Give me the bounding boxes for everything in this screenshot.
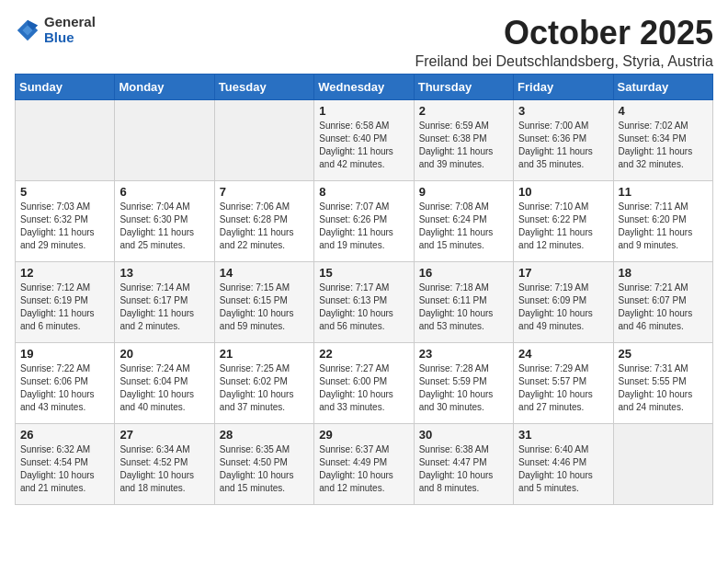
day-number: 22 (319, 347, 408, 361)
calendar-cell: 12Sunrise: 7:12 AM Sunset: 6:19 PM Dayli… (16, 261, 115, 342)
calendar-cell: 31Sunrise: 6:40 AM Sunset: 4:46 PM Dayli… (514, 423, 613, 504)
day-number: 17 (518, 266, 608, 280)
calendar-cell: 22Sunrise: 7:27 AM Sunset: 6:00 PM Dayli… (314, 342, 414, 423)
logo-icon (15, 17, 40, 43)
day-info: Sunrise: 7:04 AM Sunset: 6:30 PM Dayligh… (119, 201, 209, 252)
calendar-cell: 10Sunrise: 7:10 AM Sunset: 6:22 PM Dayli… (514, 180, 613, 261)
calendar-week-row: 26Sunrise: 6:32 AM Sunset: 4:54 PM Dayli… (16, 423, 713, 504)
header-day: Thursday (414, 74, 513, 99)
day-info: Sunrise: 7:00 AM Sunset: 6:36 PM Dayligh… (518, 120, 608, 171)
calendar-cell: 1Sunrise: 6:58 AM Sunset: 6:40 PM Daylig… (314, 99, 414, 180)
location-title: Freiland bei Deutschlandsberg, Styria, A… (415, 53, 713, 70)
calendar-cell: 16Sunrise: 7:18 AM Sunset: 6:11 PM Dayli… (414, 261, 513, 342)
day-info: Sunrise: 7:24 AM Sunset: 6:04 PM Dayligh… (119, 362, 209, 414)
day-info: Sunrise: 7:25 AM Sunset: 6:02 PM Dayligh… (220, 362, 309, 414)
day-info: Sunrise: 7:08 AM Sunset: 6:24 PM Dayligh… (419, 201, 508, 252)
day-number: 18 (619, 266, 708, 280)
title-area: October 2025 Freiland bei Deutschlandsbe… (415, 15, 713, 70)
day-number: 19 (20, 347, 109, 361)
day-number: 3 (518, 104, 608, 118)
logo-general: General (44, 15, 96, 30)
calendar-cell: 27Sunrise: 6:34 AM Sunset: 4:52 PM Dayli… (115, 423, 214, 504)
day-number: 14 (220, 266, 309, 280)
calendar-cell: 6Sunrise: 7:04 AM Sunset: 6:30 PM Daylig… (115, 180, 214, 261)
logo-text: General Blue (44, 15, 96, 45)
day-info: Sunrise: 6:37 AM Sunset: 4:49 PM Dayligh… (319, 443, 408, 495)
day-info: Sunrise: 7:07 AM Sunset: 6:26 PM Dayligh… (319, 201, 408, 252)
calendar-table: SundayMondayTuesdayWednesdayThursdayFrid… (15, 74, 713, 505)
day-info: Sunrise: 7:15 AM Sunset: 6:15 PM Dayligh… (220, 282, 309, 333)
calendar-cell: 7Sunrise: 7:06 AM Sunset: 6:28 PM Daylig… (214, 180, 313, 261)
day-number: 16 (419, 266, 508, 280)
day-info: Sunrise: 7:03 AM Sunset: 6:32 PM Dayligh… (20, 201, 109, 252)
calendar-cell: 8Sunrise: 7:07 AM Sunset: 6:26 PM Daylig… (314, 180, 414, 261)
calendar-cell: 2Sunrise: 6:59 AM Sunset: 6:38 PM Daylig… (414, 99, 513, 180)
calendar-cell: 29Sunrise: 6:37 AM Sunset: 4:49 PM Dayli… (314, 423, 414, 504)
day-info: Sunrise: 6:40 AM Sunset: 4:46 PM Dayligh… (518, 443, 608, 495)
day-number: 6 (119, 185, 209, 199)
calendar-cell: 21Sunrise: 7:25 AM Sunset: 6:02 PM Dayli… (214, 342, 313, 423)
day-number: 26 (20, 428, 109, 442)
logo: General Blue (15, 15, 96, 45)
calendar-cell: 5Sunrise: 7:03 AM Sunset: 6:32 PM Daylig… (16, 180, 115, 261)
calendar-cell (613, 423, 712, 504)
day-info: Sunrise: 6:38 AM Sunset: 4:47 PM Dayligh… (419, 443, 508, 495)
day-info: Sunrise: 7:17 AM Sunset: 6:13 PM Dayligh… (319, 282, 408, 333)
calendar-cell: 20Sunrise: 7:24 AM Sunset: 6:04 PM Dayli… (115, 342, 214, 423)
day-number: 29 (319, 428, 408, 442)
calendar-cell: 15Sunrise: 7:17 AM Sunset: 6:13 PM Dayli… (314, 261, 414, 342)
day-number: 28 (220, 428, 309, 442)
calendar-cell: 18Sunrise: 7:21 AM Sunset: 6:07 PM Dayli… (613, 261, 712, 342)
month-title: October 2025 (415, 15, 713, 52)
header-day: Saturday (613, 74, 712, 99)
day-number: 20 (119, 347, 209, 361)
day-info: Sunrise: 7:28 AM Sunset: 5:59 PM Dayligh… (419, 362, 508, 414)
day-number: 15 (319, 266, 408, 280)
day-info: Sunrise: 6:59 AM Sunset: 6:38 PM Dayligh… (419, 120, 508, 171)
day-number: 25 (619, 347, 708, 361)
day-info: Sunrise: 7:02 AM Sunset: 6:34 PM Dayligh… (619, 120, 708, 171)
calendar-cell: 24Sunrise: 7:29 AM Sunset: 5:57 PM Dayli… (514, 342, 613, 423)
calendar-week-row: 19Sunrise: 7:22 AM Sunset: 6:06 PM Dayli… (16, 342, 713, 423)
calendar-cell: 13Sunrise: 7:14 AM Sunset: 6:17 PM Dayli… (115, 261, 214, 342)
calendar-cell: 26Sunrise: 6:32 AM Sunset: 4:54 PM Dayli… (16, 423, 115, 504)
calendar-week-row: 12Sunrise: 7:12 AM Sunset: 6:19 PM Dayli… (16, 261, 713, 342)
day-number: 9 (419, 185, 508, 199)
day-info: Sunrise: 6:58 AM Sunset: 6:40 PM Dayligh… (319, 120, 408, 171)
calendar-cell: 25Sunrise: 7:31 AM Sunset: 5:55 PM Dayli… (613, 342, 712, 423)
calendar-cell: 23Sunrise: 7:28 AM Sunset: 5:59 PM Dayli… (414, 342, 513, 423)
day-info: Sunrise: 7:11 AM Sunset: 6:20 PM Dayligh… (619, 201, 708, 252)
day-number: 13 (119, 266, 209, 280)
calendar-cell (16, 99, 115, 180)
day-number: 27 (119, 428, 209, 442)
day-number: 1 (319, 104, 408, 118)
day-info: Sunrise: 7:31 AM Sunset: 5:55 PM Dayligh… (619, 362, 708, 414)
day-info: Sunrise: 6:35 AM Sunset: 4:50 PM Dayligh… (220, 443, 309, 495)
calendar-cell: 30Sunrise: 6:38 AM Sunset: 4:47 PM Dayli… (414, 423, 513, 504)
day-number: 11 (619, 185, 708, 199)
day-info: Sunrise: 7:22 AM Sunset: 6:06 PM Dayligh… (20, 362, 109, 414)
header-day: Monday (115, 74, 214, 99)
calendar-cell: 9Sunrise: 7:08 AM Sunset: 6:24 PM Daylig… (414, 180, 513, 261)
header-day: Friday (514, 74, 613, 99)
day-number: 4 (619, 104, 708, 118)
day-number: 7 (220, 185, 309, 199)
calendar-cell: 17Sunrise: 7:19 AM Sunset: 6:09 PM Dayli… (514, 261, 613, 342)
day-info: Sunrise: 7:27 AM Sunset: 6:00 PM Dayligh… (319, 362, 408, 414)
calendar-cell (214, 99, 313, 180)
calendar-body: 1Sunrise: 6:58 AM Sunset: 6:40 PM Daylig… (16, 99, 713, 504)
day-info: Sunrise: 7:14 AM Sunset: 6:17 PM Dayligh… (119, 282, 209, 333)
header-day: Wednesday (314, 74, 414, 99)
day-number: 24 (518, 347, 608, 361)
calendar-cell: 4Sunrise: 7:02 AM Sunset: 6:34 PM Daylig… (613, 99, 712, 180)
calendar-week-row: 5Sunrise: 7:03 AM Sunset: 6:32 PM Daylig… (16, 180, 713, 261)
calendar-cell: 3Sunrise: 7:00 AM Sunset: 6:36 PM Daylig… (514, 99, 613, 180)
day-number: 8 (319, 185, 408, 199)
day-info: Sunrise: 6:32 AM Sunset: 4:54 PM Dayligh… (20, 443, 109, 495)
calendar-cell (115, 99, 214, 180)
calendar-cell: 28Sunrise: 6:35 AM Sunset: 4:50 PM Dayli… (214, 423, 313, 504)
calendar-cell: 19Sunrise: 7:22 AM Sunset: 6:06 PM Dayli… (16, 342, 115, 423)
calendar-week-row: 1Sunrise: 6:58 AM Sunset: 6:40 PM Daylig… (16, 99, 713, 180)
day-info: Sunrise: 7:19 AM Sunset: 6:09 PM Dayligh… (518, 282, 608, 333)
day-number: 21 (220, 347, 309, 361)
